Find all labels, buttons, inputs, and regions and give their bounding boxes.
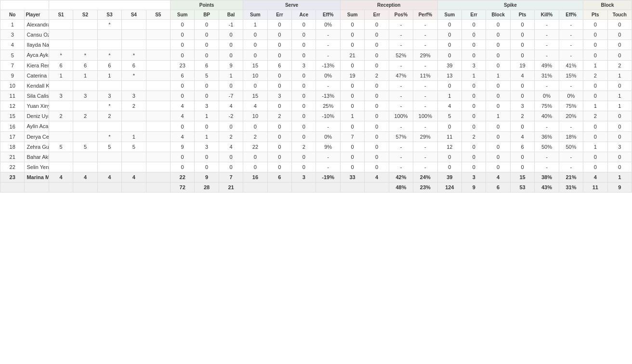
col-rc-err: Err [365,10,389,20]
cell-s4: 6 [122,61,146,71]
table-row: 21Bahar Akbay000000-00--0000--00 [0,152,632,162]
cell-sp-eff: - [559,162,583,172]
cell-ace: 0 [292,71,316,81]
cell-pts: 2 [510,111,534,121]
cell-kill: 0% [535,91,559,101]
cell-no: 5 [0,50,25,61]
col-sv-err: Err [267,10,291,20]
cell-block: 0 [486,30,510,40]
group-header-serve: Serve [243,0,341,10]
cell-bal: 1 [219,71,243,81]
totals-cell-7: 72 [170,182,194,193]
cell-p-sum: 4 [170,111,194,121]
col-blk-pts: Pts [583,10,607,20]
cell-pos: - [389,81,413,91]
cell-kill: - [535,121,559,132]
cell-s4: 2 [122,101,146,111]
cell-bal: -1 [219,20,243,30]
cell-sv-err: 0 [267,30,291,40]
cell-sp-eff: - [559,152,583,162]
cell-pos: - [389,40,413,50]
cell-sp-err: 1 [462,71,486,81]
cell-rc-err: 0 [365,50,389,61]
cell-sp-eff: 50% [559,142,583,152]
cell-sv-eff: -13% [316,91,340,101]
cell-p-sum: 9 [170,142,194,152]
table-row: 1Alexandra Frantti*00-11000%00--0000--00 [0,20,632,30]
cell-pts: 15 [510,172,534,182]
cell-touch: 0 [607,111,632,121]
col-player: Player [25,10,49,20]
cell-sp-sum: 0 [437,40,461,50]
cell-player: Sila Caliskan [25,91,49,101]
cell-blk-pts: 0 [583,162,607,172]
cell-s3 [97,152,121,162]
cell-sv-err: 0 [267,101,291,111]
cell-sp-err: 0 [462,162,486,172]
cell-sv-err: 3 [267,91,291,101]
cell-perf: 100% [413,111,437,121]
cell-touch: 0 [607,152,632,162]
cell-p-sum: 0 [170,81,194,91]
cell-sp-eff: 21% [559,172,583,182]
cell-bal: 4 [219,101,243,111]
cell-pos: - [389,121,413,132]
cell-pos: 100% [389,111,413,121]
cell-sp-err: 0 [462,121,486,132]
cell-sv-sum: 15 [243,61,267,71]
cell-p-sum: 6 [170,71,194,81]
cell-bp: 3 [195,101,219,111]
cell-no: 10 [0,81,25,91]
totals-cell-9: 21 [219,182,243,193]
cell-s3: 3 [97,91,121,101]
cell-player: Kiera Renee Van Ryk [25,61,49,71]
cell-s1 [49,132,73,142]
totals-cell-24: 11 [583,182,607,193]
cell-rc-sum: 0 [340,121,364,132]
cell-rc-err: 0 [365,20,389,30]
cell-s1: 4 [49,172,73,182]
cell-s5 [146,91,170,101]
cell-blk-pts: 1 [583,101,607,111]
group-header-row: Points Serve Reception Spike Block [0,0,632,10]
cell-perf: 29% [413,132,437,142]
cell-sv-err: 0 [267,152,291,162]
cell-blk-pts: 0 [583,20,607,30]
cell-sp-eff: 20% [559,111,583,121]
cell-player: Yuan Xinyue [25,101,49,111]
table-row: 23Marina Markova444422971663-19%33442%24… [0,172,632,182]
cell-p-sum: 22 [170,172,194,182]
cell-s5 [146,172,170,182]
cell-sp-sum: 12 [437,142,461,152]
cell-s5 [146,20,170,30]
cell-sv-sum: 15 [243,91,267,101]
cell-sv-err: 6 [267,61,291,71]
table-row: 4Ilayda Naz Gergef000000-00--0000--00 [0,40,632,50]
cell-blk-pts: 0 [583,81,607,91]
cell-block: 0 [486,50,510,61]
cell-blk-pts: 0 [583,91,607,101]
cell-bp: 0 [195,50,219,61]
cell-rc-sum: 19 [340,71,364,81]
cell-sv-sum: 0 [243,162,267,172]
cell-perf: - [413,101,437,111]
cell-rc-err: 0 [365,152,389,162]
col-touch: Touch [607,10,632,20]
table-row: 10Kendall Kipp000000-00--0000--00 [0,81,632,91]
cell-sv-eff: -10% [316,111,340,121]
cell-s2: 6 [73,61,97,71]
cell-kill: 40% [535,111,559,121]
cell-pts: 4 [510,71,534,81]
col-s3: S3 [97,10,121,20]
cell-bal: 9 [219,61,243,71]
cell-sv-err: 0 [267,142,291,152]
cell-sp-sum: 0 [437,162,461,172]
cell-touch: 2 [607,61,632,71]
cell-blk-pts: 0 [583,132,607,142]
cell-s2: 3 [73,91,97,101]
cell-perf: - [413,142,437,152]
table-row: 9Caterina Bosetti111*65110000%19247%11%1… [0,71,632,81]
cell-perf: - [413,152,437,162]
cell-ace: 3 [292,61,316,71]
totals-cell-10 [243,182,267,193]
